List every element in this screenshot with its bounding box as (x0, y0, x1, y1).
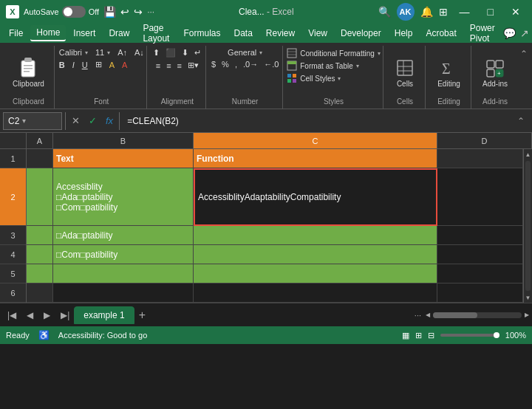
cell-d2[interactable] (437, 168, 523, 226)
formula-input[interactable]: =CLEAN(B2) (123, 114, 510, 128)
wrap-text-btn[interactable]: ↵ (192, 47, 203, 58)
comments-icon[interactable]: 💬 (503, 27, 516, 39)
italic-btn[interactable]: I (70, 60, 77, 70)
formula-expand-btn[interactable]: ⌃ (513, 114, 529, 128)
cell-b4[interactable]: □Com□patibility (53, 245, 194, 264)
align-mid-btn[interactable]: ⬛ (163, 47, 178, 58)
search-icon[interactable]: 🔍 (378, 6, 391, 18)
align-left-btn[interactable]: ≡ (154, 60, 163, 71)
border-btn[interactable]: ⊞ (93, 59, 104, 70)
insert-function-btn[interactable]: fx (103, 114, 116, 128)
page-break-btn[interactable]: ⊟ (428, 331, 434, 340)
vertical-scrollbar[interactable]: ▲ ▼ (523, 149, 532, 303)
sheet-nav-next[interactable]: ▶ (39, 309, 55, 322)
addins-button[interactable]: + Add-ins (480, 55, 511, 89)
align-top-btn[interactable]: ⬆ (151, 47, 162, 58)
zoom-level[interactable]: 100% (505, 331, 526, 340)
bold-btn[interactable]: B (57, 60, 67, 70)
row-num-4[interactable]: 4 (0, 245, 26, 264)
ribbon-layout-icon[interactable]: ⊞ (439, 6, 448, 18)
menu-page-layout[interactable]: Page Layout (137, 21, 176, 46)
cell-a5[interactable] (27, 264, 53, 283)
cell-b3[interactable]: □Ada□ptability (53, 226, 194, 245)
menu-acrobat[interactable]: Acrobat (420, 26, 462, 41)
underline-btn[interactable]: U (80, 60, 90, 70)
close-button[interactable]: ✕ (505, 4, 526, 19)
row-num-5[interactable]: 5 (0, 264, 26, 283)
cell-c1[interactable]: Function (194, 149, 437, 168)
cell-c6[interactable] (194, 283, 437, 303)
percent-btn[interactable]: % (219, 59, 231, 69)
menu-draw[interactable]: Draw (103, 26, 135, 41)
editing-button[interactable]: Σ Editing (434, 55, 464, 89)
clipboard-button[interactable]: Clipboard (10, 55, 47, 89)
share-icon[interactable]: ↗ (520, 27, 529, 39)
cell-b5[interactable] (53, 264, 194, 283)
align-right-btn[interactable]: ≡ (175, 60, 184, 71)
cancel-formula-btn[interactable]: ✕ (69, 114, 83, 128)
minimize-button[interactable]: — (454, 4, 476, 19)
cell-d6[interactable] (437, 283, 523, 303)
cell-d5[interactable] (437, 264, 523, 283)
zoom-slider[interactable] (440, 334, 499, 337)
cell-d4[interactable] (437, 245, 523, 264)
align-center-btn[interactable]: ≡ (164, 60, 173, 71)
inc-decimal-btn[interactable]: .0→ (241, 59, 260, 69)
sheet-tab-example1[interactable]: example 1 (74, 306, 134, 324)
merge-btn[interactable]: ⊞▾ (185, 60, 201, 71)
add-sheet-btn[interactable]: + (134, 307, 150, 323)
redo-icon[interactable]: ↪ (134, 6, 143, 18)
fill-color-btn[interactable]: A (107, 60, 117, 70)
scroll-thumb-v[interactable] (525, 161, 531, 291)
scroll-down-btn[interactable]: ▼ (524, 292, 532, 303)
cell-a2[interactable] (27, 168, 53, 226)
cell-ref-dropdown[interactable]: ▾ (22, 117, 26, 125)
number-format-dropdown[interactable]: General ▾ (225, 47, 265, 58)
font-family-dropdown[interactable]: Calibri ▾ (57, 47, 90, 58)
font-size-dropdown[interactable]: 11 ▾ (93, 47, 112, 58)
menu-formulas[interactable]: Formulas (177, 26, 226, 41)
row-num-3[interactable]: 3 (0, 226, 26, 245)
menu-help[interactable]: Help (389, 26, 419, 41)
row-num-6[interactable]: 6 (0, 283, 26, 303)
scroll-right-btn[interactable]: ▶ (525, 312, 529, 318)
col-header-b[interactable]: B (53, 133, 194, 148)
menu-review[interactable]: Review (260, 26, 301, 41)
cell-c5[interactable] (194, 264, 437, 283)
normal-view-btn[interactable]: ▦ (402, 331, 409, 340)
comma-btn[interactable]: , (233, 59, 239, 69)
cell-c4[interactable] (194, 245, 437, 264)
sheet-nav-last[interactable]: ▶| (56, 309, 74, 322)
align-bot-btn[interactable]: ⬇ (180, 47, 191, 58)
more-sheets-btn[interactable]: ··· (415, 311, 421, 320)
more-tools-icon[interactable]: ··· (147, 7, 154, 17)
menu-view[interactable]: View (302, 26, 333, 41)
menu-file[interactable]: File (3, 26, 29, 41)
cell-c2[interactable]: AccessiblityAdaptabilityCompatibility (194, 168, 437, 226)
cell-styles-btn[interactable]: Cell Styles ▾ (284, 72, 343, 84)
row-num-2[interactable]: 2 (0, 168, 26, 226)
font-color-btn[interactable]: A (120, 60, 129, 70)
ribbon-collapse-btn[interactable]: ⌃ (520, 49, 528, 59)
menu-developer[interactable]: Developer (335, 26, 387, 41)
col-header-a[interactable]: A (27, 133, 53, 148)
conditional-formatting-btn[interactable]: Conditional Formatting ▾ (284, 47, 383, 59)
scroll-left-btn[interactable]: ◀ (426, 312, 430, 318)
col-header-c[interactable]: C (194, 133, 437, 148)
cell-c3[interactable] (194, 226, 437, 245)
sheet-nav-prev[interactable]: ◀ (22, 309, 38, 322)
cell-b1[interactable]: Text (53, 149, 194, 168)
cell-d1[interactable] (437, 149, 523, 168)
menu-insert[interactable]: Insert (67, 26, 101, 41)
increase-font-btn[interactable]: A↑ (115, 47, 129, 58)
autosave-toggle[interactable] (62, 6, 86, 18)
maximize-button[interactable]: □ (482, 4, 499, 19)
cell-a3[interactable] (27, 226, 53, 245)
menu-data[interactable]: Data (228, 26, 259, 41)
cell-d3[interactable] (437, 226, 523, 245)
col-header-d[interactable]: D (437, 133, 532, 148)
bell-icon[interactable]: 🔔 (420, 6, 433, 18)
cell-a1[interactable] (27, 149, 53, 168)
cells-button[interactable]: Cells (390, 55, 420, 89)
row-num-1[interactable]: 1 (0, 149, 26, 168)
